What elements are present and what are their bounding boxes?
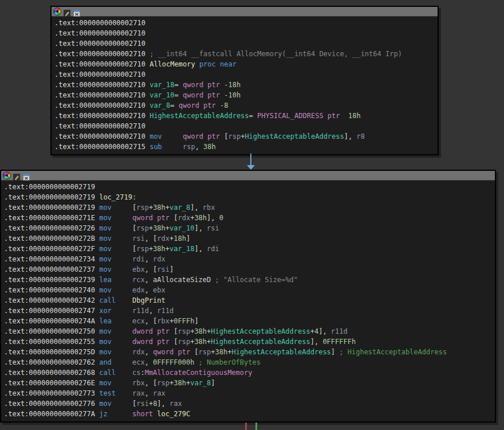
- code-line[interactable]: .text:0000000000002719 loc_2719:: [4, 192, 495, 202]
- code-line[interactable]: .text:0000000000002710: [54, 69, 438, 80]
- control-flow-edge-down: [250, 154, 251, 166]
- code-line[interactable]: .text:0000000000002750 mov dword ptr [rs…: [4, 326, 495, 337]
- edit-pencil-icon[interactable]: [64, 8, 70, 15]
- code-line[interactable]: .text:0000000000002755 mov dword ptr [rs…: [4, 337, 495, 347]
- code-line[interactable]: .text:000000000000274A lea ecx, [rbx+0FF…: [4, 316, 495, 326]
- code-line[interactable]: .text:0000000000002710: [54, 18, 438, 28]
- code-line[interactable]: .text:0000000000002710: [54, 121, 438, 131]
- code-line[interactable]: .text:000000000000272B mov rsi, [rdx+18h…: [4, 233, 495, 244]
- node-color-wheel-icon[interactable]: [3, 172, 10, 179]
- code-line[interactable]: .text:0000000000002742 call DbgPrint: [4, 295, 495, 306]
- graph-canvas[interactable]: { "app": "IDA Pro graph view", "colors":…: [0, 0, 504, 430]
- code-line[interactable]: .text:0000000000002710 HighestAcceptable…: [54, 111, 438, 121]
- code-line[interactable]: .text:0000000000002719: [4, 182, 495, 192]
- code-line[interactable]: .text:0000000000002762 and ecx, 0FFFFF00…: [4, 357, 495, 368]
- code-line[interactable]: .text:0000000000002747 xor r11d, r11d: [4, 306, 495, 316]
- code-line[interactable]: .text:000000000000271E mov qword ptr [rd…: [4, 213, 495, 223]
- code-line[interactable]: .text:000000000000272F mov [rsp+38h+var_…: [4, 244, 495, 254]
- code-line[interactable]: .text:0000000000002773 test rax, rax: [4, 388, 495, 398]
- code-listing[interactable]: .text:0000000000002719.text:000000000000…: [1, 181, 495, 421]
- code-line[interactable]: .text:0000000000002739 lea rcx, aAllocat…: [4, 275, 495, 285]
- code-line[interactable]: .text:0000000000002710 mov qword ptr [rs…: [54, 131, 438, 142]
- code-line[interactable]: .text:0000000000002710: [54, 28, 438, 38]
- code-line[interactable]: .text:0000000000002710 var_10= qword ptr…: [54, 90, 438, 100]
- graph-node-loc-2719[interactable]: .text:0000000000002719.text:000000000000…: [0, 170, 496, 423]
- group-node-window-icon[interactable]: [73, 8, 80, 15]
- code-line[interactable]: .text:000000000000275D mov rdx, qword pt…: [4, 347, 495, 357]
- code-line[interactable]: .text:0000000000002737 mov ebx, [rsi]: [4, 264, 495, 275]
- node-titlebar[interactable]: [1, 171, 495, 181]
- control-flow-arrowhead-icon: [247, 165, 255, 170]
- edit-pencil-icon[interactable]: [13, 172, 20, 179]
- node-color-wheel-icon[interactable]: [54, 8, 61, 15]
- code-line[interactable]: .text:0000000000002726 mov [rsp+38h+var_…: [4, 223, 495, 233]
- code-line[interactable]: .text:0000000000002710 var_8= qword ptr …: [54, 100, 438, 111]
- code-line[interactable]: .text:000000000000277A jz short loc_279C: [4, 409, 495, 419]
- code-line[interactable]: .text:0000000000002768 call cs:MmAllocat…: [4, 368, 495, 378]
- group-node-window-icon[interactable]: [23, 172, 30, 179]
- code-listing[interactable]: .text:0000000000002710.text:000000000000…: [52, 17, 438, 154]
- code-line[interactable]: .text:0000000000002710 AllocMemory proc …: [54, 59, 438, 69]
- code-line[interactable]: .text:0000000000002710 var_18= qword ptr…: [54, 80, 438, 90]
- branch-edge-true: [255, 423, 257, 430]
- code-line[interactable]: .text:0000000000002776 mov [rsi+8], rax: [4, 398, 495, 409]
- code-line[interactable]: .text:0000000000002740 mov edx, ebx: [4, 285, 495, 295]
- code-line[interactable]: .text:0000000000002734 mov rdi, rdx: [4, 254, 495, 264]
- node-titlebar[interactable]: [52, 7, 438, 17]
- code-line[interactable]: .text:0000000000002710: [54, 38, 438, 49]
- code-line[interactable]: .text:000000000000276E mov rbx, [rsp+38h…: [4, 378, 495, 388]
- graph-node-allocmemory-entry[interactable]: .text:0000000000002710.text:000000000000…: [50, 6, 439, 155]
- code-line[interactable]: .text:0000000000002710 ; __int64 __fastc…: [54, 49, 438, 59]
- branch-edge-false: [245, 423, 247, 430]
- code-line[interactable]: .text:0000000000002715 sub rsp, 38h: [54, 142, 438, 152]
- code-line[interactable]: .text:0000000000002719 mov [rsp+38h+var_…: [4, 202, 495, 213]
